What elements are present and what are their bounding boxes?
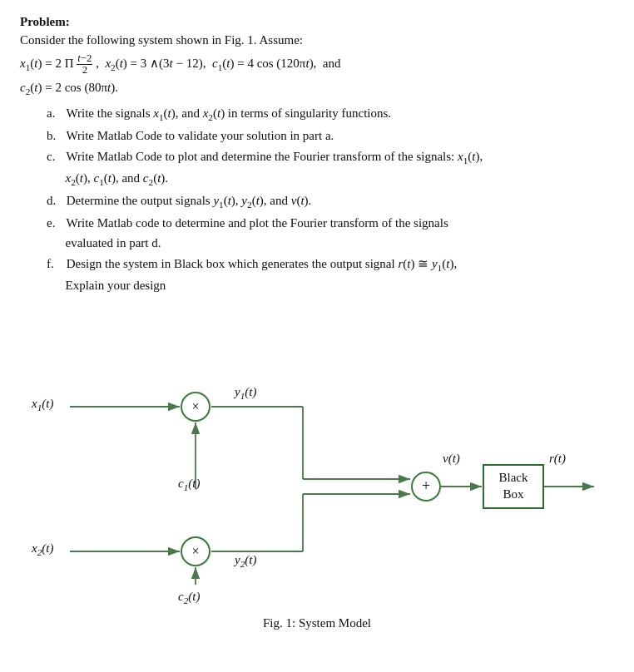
- problem-section: Problem: Consider the following system s…: [20, 15, 614, 295]
- label-vt: v(t): [443, 452, 460, 466]
- black-box-label: BlackBox: [499, 470, 528, 502]
- part-f: Design the system in Black box which gen…: [47, 254, 614, 295]
- label-y1: y1(t): [235, 385, 256, 401]
- label-c1: c1(t): [178, 477, 200, 492]
- equation-line2: c2(t) = 2 cos (80πt).: [20, 77, 614, 100]
- label-rt: r(t): [549, 452, 566, 466]
- label-y2: y2(t): [235, 553, 256, 569]
- label-c2: c2(t): [178, 590, 200, 605]
- part-c: Write Matlab Code to plot and determine …: [47, 146, 614, 190]
- part-d: Determine the output signals y1(t), y2(t…: [47, 190, 614, 212]
- label-x2: x2(t): [32, 541, 53, 557]
- label-x1: x1(t): [32, 397, 53, 413]
- part-e: Write Matlab code to determine and plot …: [47, 213, 614, 253]
- part-b: Write Matlab Code to validate your solut…: [47, 126, 614, 146]
- mult1-symbol: ×: [191, 399, 199, 414]
- equation-line1: x1(t) = 2 Π t−22 , x2(t) = 3 ∧(3t − 12),…: [20, 53, 614, 76]
- mult2-symbol: ×: [191, 544, 199, 559]
- diagram-svg: [20, 310, 619, 610]
- system-diagram: × × + BlackBox x1(t) x2(t) y1(t) y2(t) c…: [20, 310, 619, 610]
- parts-list: Write the signals x1(t), and x2(t) in te…: [47, 103, 614, 295]
- problem-intro: Consider the following system shown in F…: [20, 31, 614, 50]
- multiplier-node-2: ×: [181, 536, 211, 566]
- adder-node: +: [411, 472, 441, 502]
- figure-caption: Fig. 1: System Model: [20, 616, 614, 630]
- multiplier-node-1: ×: [181, 392, 211, 422]
- problem-label: Problem:: [20, 15, 614, 29]
- part-a: Write the signals x1(t), and x2(t) in te…: [47, 103, 614, 125]
- adder-symbol: +: [422, 477, 430, 495]
- black-box: BlackBox: [483, 464, 544, 509]
